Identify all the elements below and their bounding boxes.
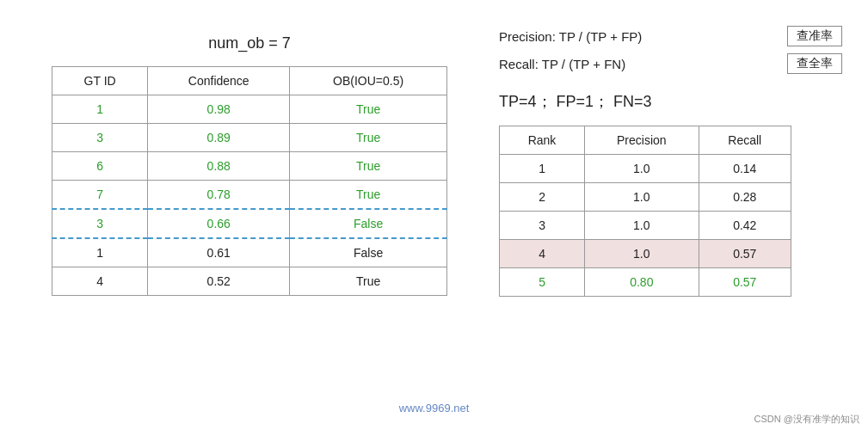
cell-recall: 0.57 [699,240,791,268]
cell-rank: 4 [500,240,585,268]
cell-confidence: 0.88 [148,152,290,181]
cell-precision: 1.0 [585,240,699,268]
formulas-section: Precision: TP / (TP + FP) 查准率 Recall: TP… [499,26,842,74]
cell-confidence: 0.89 [148,124,290,152]
cell-recall: 0.57 [699,268,791,297]
cell-gtid: 4 [52,267,148,296]
stats-label: TP=4； FP=1； FN=3 [499,91,842,112]
right-table-row: 11.00.14 [500,155,791,183]
cell-recall: 0.14 [699,155,791,183]
col-header-precision: Precision [585,126,699,155]
col-header-rank: Rank [500,126,585,155]
left-table: GT ID Confidence OB(IOU=0.5) 10.98True30… [52,66,447,296]
recall-formula-text: Recall: TP / (TP + FN) [499,57,779,71]
cell-gtid: 7 [52,181,148,210]
precision-badge: 查准率 [787,26,842,46]
cell-confidence: 0.52 [148,267,290,296]
cell-ob: True [290,267,447,296]
watermark: www.9969.net [399,402,470,415]
cell-rank: 2 [500,183,585,212]
right-table-row: 31.00.42 [500,212,791,240]
col-header-recall: Recall [699,126,791,155]
cell-ob: True [290,181,447,210]
cell-rank: 3 [500,212,585,240]
cell-gtid: 6 [52,152,148,181]
cell-confidence: 0.66 [148,209,290,238]
left-table-row: 10.98True [52,95,447,124]
left-table-row: 70.78True [52,181,447,210]
precision-formula-text: Precision: TP / (TP + FP) [499,29,779,44]
left-table-body: 10.98True30.89True60.88True70.78True30.6… [52,95,447,296]
num-ob-label: num_ob = 7 [26,34,473,52]
right-table-row: 41.00.57 [500,240,791,268]
cell-confidence: 0.78 [148,181,290,210]
cell-gtid: 3 [52,209,148,238]
right-table-body: 11.00.1421.00.2831.00.4241.00.5750.800.5… [500,155,791,297]
formula-precision-row: Precision: TP / (TP + FP) 查准率 [499,26,842,46]
left-table-row: 30.89True [52,124,447,152]
cell-gtid: 1 [52,238,148,267]
right-table-row: 50.800.57 [500,268,791,297]
cell-ob: False [290,209,447,238]
left-table-row: 30.66False [52,209,447,238]
cell-precision: 1.0 [585,155,699,183]
left-table-row: 40.52True [52,267,447,296]
right-panel: Precision: TP / (TP + FP) 查准率 Recall: TP… [473,17,842,413]
right-table: Rank Precision Recall 11.00.1421.00.2831… [499,126,791,297]
left-table-header-row: GT ID Confidence OB(IOU=0.5) [52,67,447,95]
col-header-gtid: GT ID [52,67,148,95]
recall-badge: 查全率 [787,53,842,74]
formula-recall-row: Recall: TP / (TP + FN) 查全率 [499,53,842,74]
cell-ob: True [290,124,447,152]
cell-precision: 1.0 [585,212,699,240]
cell-ob: True [290,95,447,124]
cell-rank: 5 [500,268,585,297]
left-panel: num_ob = 7 GT ID Confidence OB(IOU=0.5) … [26,17,473,413]
cell-gtid: 1 [52,95,148,124]
left-table-row: 10.61False [52,238,447,267]
left-table-row: 60.88True [52,152,447,181]
cell-confidence: 0.61 [148,238,290,267]
cell-precision: 1.0 [585,183,699,212]
col-header-ob: OB(IOU=0.5) [290,67,447,95]
cell-recall: 0.42 [699,212,791,240]
cell-ob: False [290,238,447,267]
cell-rank: 1 [500,155,585,183]
right-table-header-row: Rank Precision Recall [500,126,791,155]
cell-gtid: 3 [52,124,148,152]
csdn-label: CSDN @没有准学的知识 [754,413,859,426]
right-table-row: 21.00.28 [500,183,791,212]
col-header-confidence: Confidence [148,67,290,95]
cell-confidence: 0.98 [148,95,290,124]
cell-precision: 0.80 [585,268,699,297]
main-container: num_ob = 7 GT ID Confidence OB(IOU=0.5) … [0,0,868,430]
cell-ob: True [290,152,447,181]
cell-recall: 0.28 [699,183,791,212]
